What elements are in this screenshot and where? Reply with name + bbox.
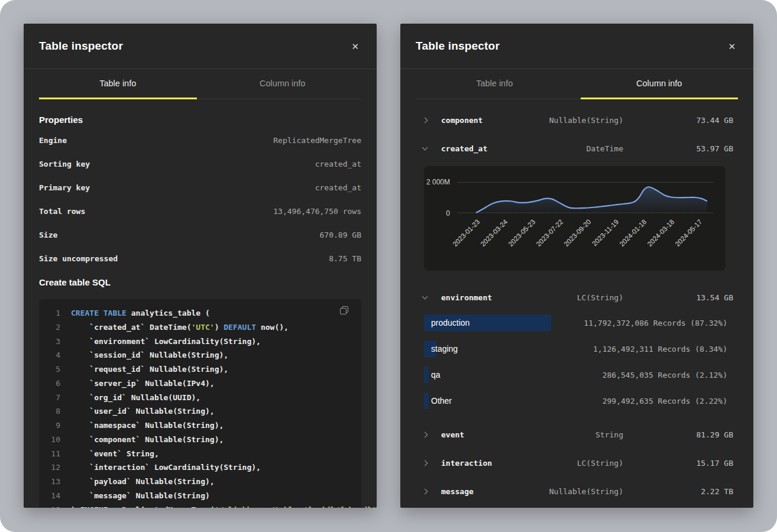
column-type: DateTime [548, 144, 623, 153]
sql-code-line: 3 `environment` LowCardinality(String), [46, 335, 352, 349]
page-background: Table inspector ✕ Table info Column info… [0, 0, 777, 532]
value-label: staging [431, 344, 458, 353]
column-size: 81.29 GB [623, 430, 733, 439]
x-axis-tick-label: 2023-03-24 [479, 218, 509, 248]
value-label: production [431, 318, 470, 327]
close-icon[interactable]: ✕ [726, 40, 738, 53]
sql-code-line: 7 `org_id` Nullable(UUID), [46, 391, 352, 405]
table-info-content: Properties Engine ReplicatedMergeTree So… [24, 115, 377, 508]
column-size: 73.44 GB [623, 116, 733, 125]
created-at-histogram-card: 2 000M 0 [424, 166, 726, 271]
property-value: 8.75 TB [329, 254, 361, 263]
copy-icon[interactable] [340, 306, 348, 314]
column-type: Nullable(String) [548, 116, 623, 125]
modal-header: Table inspector ✕ [24, 24, 377, 69]
x-axis-tick-label: 2023-07-22 [535, 218, 564, 248]
area-fill [476, 187, 707, 213]
column-row-message[interactable]: message Nullable(String) 2.22 TB [400, 477, 753, 505]
sql-code-line: 12 `interaction` LowCardinality(String), [46, 460, 352, 475]
value-bar [424, 366, 429, 383]
plot-area [457, 181, 714, 213]
tab-bar: Table info Column info [39, 69, 361, 99]
tab-bar: Table info Column info [416, 69, 738, 99]
column-name: environment [441, 293, 548, 302]
column-size: 13.54 GB [623, 293, 733, 302]
value-records: 286,545,035 Records (2.12%) [603, 371, 727, 379]
column-type: LC(String) [548, 293, 623, 302]
column-size: 15.17 GB [623, 459, 733, 468]
column-size: 2.22 TB [623, 487, 733, 496]
column-row-interaction[interactable]: interaction LC(String) 15.17 GB [400, 449, 753, 477]
x-axis-tick-label: 2023-11-19 [591, 218, 620, 247]
env-value-row-other: Other 299,492,635 Records (2.22%) [424, 392, 727, 409]
close-icon[interactable]: ✕ [349, 40, 361, 53]
property-key: Total rows [39, 207, 85, 216]
property-key: Size uncompressed [39, 254, 118, 263]
tab-column-info[interactable]: Column info [581, 69, 739, 99]
sql-code-line: 4 `session_id` Nullable(String), [46, 348, 352, 362]
sql-code-line: 2 `created_at` DateTime('UTC') DEFAULT n… [46, 320, 352, 335]
tab-table-info[interactable]: Table info [39, 69, 197, 99]
modal-title: Table inspector [39, 40, 123, 53]
x-axis-tick-label: 2024-01-18 [618, 218, 648, 248]
sql-code-line: 11 `event` String, [46, 447, 352, 461]
column-type: Nullable(String) [548, 487, 623, 496]
sql-code: 1CREATE TABLE analytics_table (2 `create… [46, 306, 352, 508]
property-row-primary-key: Primary key created_at [39, 176, 361, 199]
sql-code-line: 10 `component` Nullable(String), [46, 433, 352, 447]
chevron-right-icon [422, 488, 428, 494]
chevron-right-icon [422, 432, 428, 437]
column-name: message [441, 487, 548, 496]
column-size: 53.97 GB [623, 144, 733, 153]
env-value-row-qa: qa 286,545,035 Records (2.12%) [424, 366, 727, 383]
chevron-down-icon [422, 294, 428, 300]
modal-header: Table inspector ✕ [400, 24, 753, 69]
property-row-sorting-key: Sorting key created_at [39, 152, 361, 176]
x-axis-tick-label: 2023-05-23 [507, 218, 536, 248]
property-key: Engine [39, 136, 67, 145]
env-value-row-production: production 11,792,372,086 Records (87.32… [424, 314, 727, 331]
create-table-sql-heading: Create table SQL [39, 277, 361, 287]
column-name: component [441, 116, 548, 125]
chevron-down-icon [422, 145, 428, 151]
property-key: Size [39, 231, 57, 239]
tab-column-info[interactable]: Column info [204, 69, 362, 99]
modal-title: Table inspector [416, 40, 500, 53]
property-key: Sorting key [39, 160, 90, 168]
tab-table-info[interactable]: Table info [416, 69, 574, 99]
property-value: ReplicatedMergeTree [273, 136, 361, 145]
column-row-component[interactable]: component Nullable(String) 73.44 GB [400, 106, 753, 134]
x-axis-tick-label: 2023-01-23 [451, 218, 481, 248]
column-row-event[interactable]: event String 81.29 GB [400, 420, 753, 449]
sql-code-line: 6 `server_ip` Nullable(IPv4), [46, 377, 352, 391]
property-value: 13,496,476,750 rows [273, 207, 361, 216]
value-records: 1,126,492,311 Records (8.34%) [593, 345, 727, 353]
x-axis-tick-label: 2023-09-20 [562, 218, 592, 248]
x-axis-tick-label: 2024-03-18 [646, 218, 675, 248]
chevron-right-icon [422, 460, 428, 466]
property-row-size-uncompressed: Size uncompressed 8.75 TB [39, 246, 361, 270]
created-at-area-chart [457, 181, 714, 213]
y-axis-tick-max: 2 000M [424, 178, 450, 186]
x-axis-labels: 2023-01-232023-03-242023-05-232023-07-22… [457, 218, 714, 267]
sql-code-block: 1CREATE TABLE analytics_table (2 `create… [39, 299, 361, 508]
column-row-created-at[interactable]: created_at DateTime 53.97 GB [400, 134, 753, 163]
property-row-engine: Engine ReplicatedMergeTree [39, 128, 361, 152]
sql-code-line: 13 `payload` Nullable(String), [46, 475, 352, 489]
value-records: 299,492,635 Records (2.22%) [603, 397, 727, 406]
column-info-content: component Nullable(String) 73.44 GB crea… [400, 106, 753, 505]
table-inspector-modal-column-info: Table inspector ✕ Table info Column info… [400, 24, 753, 508]
sql-code-line: 5 `request_id` Nullable(String), [46, 362, 352, 377]
sql-code-line: 9 `namespace` Nullable(String), [46, 419, 352, 433]
value-bar [424, 392, 429, 409]
column-type: String [548, 430, 623, 439]
column-name: created_at [441, 144, 548, 153]
value-records: 11,792,372,086 Records (87.32%) [584, 319, 727, 327]
sql-code-line: 8 `user_id` Nullable(String), [46, 404, 352, 419]
value-label: Other [431, 396, 452, 406]
env-value-row-staging: staging 1,126,492,311 Records (8.34%) [424, 340, 727, 357]
sql-code-line: 14 `message` Nullable(String) [46, 489, 352, 503]
property-row-size: Size 670.89 GB [39, 223, 361, 246]
properties-heading: Properties [39, 115, 361, 125]
column-row-environment[interactable]: environment LC(String) 13.54 GB [400, 283, 753, 312]
